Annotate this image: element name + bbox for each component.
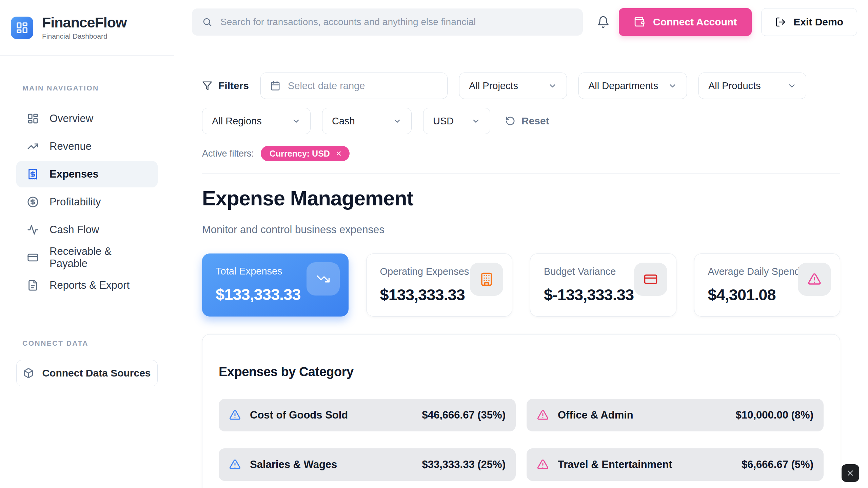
sidebar-item-label: Receivable & Payable bbox=[50, 245, 147, 270]
chevron-down-icon bbox=[787, 81, 796, 90]
stat-card-operating-expenses: Operating Expenses $133,333.33 bbox=[366, 253, 513, 317]
brand-name: FinanceFlow bbox=[42, 15, 126, 30]
category-value: $46,666.67 (35%) bbox=[422, 409, 506, 421]
connect-data-sources-label: Connect Data Sources bbox=[42, 367, 151, 379]
sidebar-item-receivable-payable[interactable]: Receivable & Payable bbox=[16, 244, 158, 271]
log-out-icon bbox=[775, 17, 786, 27]
filter-funnel-icon bbox=[202, 81, 212, 91]
date-range-picker[interactable]: Select date range bbox=[260, 73, 448, 99]
sidebar-item-label: Overview bbox=[50, 113, 93, 125]
trending-up-icon bbox=[27, 141, 39, 152]
exit-demo-label: Exit Demo bbox=[793, 16, 843, 28]
products-dropdown[interactable]: All Products bbox=[698, 73, 806, 99]
projects-dropdown[interactable]: All Projects bbox=[459, 73, 567, 99]
reset-filters-button[interactable]: Reset bbox=[505, 115, 549, 127]
category-value: $6,666.67 (5%) bbox=[742, 459, 813, 471]
chevron-down-icon bbox=[393, 117, 402, 126]
close-icon[interactable] bbox=[335, 150, 342, 157]
category-item-salaries-wages: Salaries & Wages $33,333.33 (25%) bbox=[219, 448, 516, 481]
chevron-down-icon bbox=[292, 117, 301, 126]
payment-method-dropdown[interactable]: Cash bbox=[322, 108, 412, 134]
alert-triangle-icon bbox=[229, 459, 241, 471]
sidebar-item-cash-flow[interactable]: Cash Flow bbox=[16, 217, 158, 243]
category-name: Salaries & Wages bbox=[250, 459, 337, 471]
main-content: Filters Select date range All Projects A… bbox=[174, 44, 868, 488]
category-name: Office & Admin bbox=[558, 409, 633, 421]
building-icon bbox=[470, 263, 503, 296]
dashboard-icon bbox=[27, 113, 39, 124]
sidebar: FinanceFlow Financial Dashboard MAIN NAV… bbox=[0, 0, 174, 488]
active-filters-label: Active filters: bbox=[202, 148, 254, 159]
filters-label: Filters bbox=[202, 80, 249, 92]
section-divider bbox=[202, 174, 840, 174]
alert-triangle-icon bbox=[229, 409, 241, 421]
category-value: $33,333.33 (25%) bbox=[422, 459, 506, 471]
filters-row-1: Filters Select date range All Projects A… bbox=[202, 73, 840, 99]
content-column: Connect Account Exit Demo Filters Select… bbox=[174, 0, 868, 488]
connect-data-section: Connect Data Sources bbox=[0, 360, 174, 386]
sidebar-item-reports-export[interactable]: Reports & Export bbox=[16, 272, 158, 299]
stats-grid: Total Expenses $133,333.33 Operating Exp… bbox=[202, 253, 840, 317]
connect-account-button[interactable]: Connect Account bbox=[619, 8, 752, 36]
category-name: Travel & Entertainment bbox=[558, 459, 672, 471]
page-subtitle: Monitor and control business expenses bbox=[202, 224, 840, 236]
chevron-down-icon bbox=[471, 117, 480, 126]
exit-demo-button[interactable]: Exit Demo bbox=[761, 8, 857, 36]
brand-text: FinanceFlow Financial Dashboard bbox=[42, 15, 126, 40]
connect-account-label: Connect Account bbox=[653, 16, 737, 28]
regions-dropdown[interactable]: All Regions bbox=[202, 108, 311, 134]
connect-data-sources-button[interactable]: Connect Data Sources bbox=[16, 360, 158, 386]
chevron-down-icon bbox=[548, 81, 557, 90]
stat-card-total-expenses: Total Expenses $133,333.33 bbox=[202, 253, 349, 317]
close-overlay-button[interactable] bbox=[842, 464, 859, 482]
filters-row-2: All Regions Cash USD Reset bbox=[202, 108, 840, 134]
category-item-office-admin: Office & Admin $10,000.00 (8%) bbox=[527, 399, 824, 431]
credit-card-icon bbox=[27, 252, 39, 263]
calendar-icon bbox=[270, 81, 280, 91]
file-text-icon bbox=[27, 280, 39, 291]
notifications-bell-icon[interactable] bbox=[596, 15, 611, 29]
trending-down-icon bbox=[307, 262, 340, 296]
category-value: $10,000.00 (8%) bbox=[736, 409, 813, 421]
stat-card-budget-variance: Budget Variance $-133,333.33 bbox=[530, 253, 676, 317]
sidebar-item-expenses[interactable]: Expenses bbox=[16, 161, 158, 187]
package-icon bbox=[23, 368, 34, 379]
brand-logo-icon bbox=[11, 17, 33, 39]
receipt-icon bbox=[27, 168, 39, 180]
brand: FinanceFlow Financial Dashboard bbox=[0, 0, 174, 56]
brand-tagline: Financial Dashboard bbox=[42, 32, 126, 40]
expenses-by-category-card: Expenses by Category Cost of Goods Sold … bbox=[202, 334, 840, 488]
category-grid: Cost of Goods Sold $46,666.67 (35%) Offi… bbox=[219, 399, 824, 488]
search-input[interactable] bbox=[220, 16, 573, 28]
sidebar-item-overview[interactable]: Overview bbox=[16, 105, 158, 132]
alert-triangle-icon bbox=[537, 459, 549, 471]
stat-card-average-daily-spend: Average Daily Spend $4,301.08 bbox=[694, 253, 841, 317]
expenses-by-category-title: Expenses by Category bbox=[219, 365, 824, 379]
alert-triangle-icon bbox=[537, 409, 549, 421]
wallet-icon bbox=[634, 16, 645, 27]
category-item-cost-of-goods-sold: Cost of Goods Sold $46,666.67 (35%) bbox=[219, 399, 516, 431]
category-item-travel-entertainment: Travel & Entertainment $6,666.67 (5%) bbox=[527, 448, 824, 481]
sidebar-item-revenue[interactable]: Revenue bbox=[16, 133, 158, 160]
sidebar-item-label: Revenue bbox=[50, 140, 92, 152]
sidebar-item-label: Reports & Export bbox=[50, 279, 130, 291]
search-bar bbox=[192, 8, 583, 36]
active-filters-row: Active filters: Currency: USD bbox=[202, 146, 840, 161]
currency-filter-chip[interactable]: Currency: USD bbox=[261, 146, 350, 161]
sidebar-item-label: Profitability bbox=[50, 196, 101, 208]
search-icon bbox=[202, 17, 212, 27]
close-icon bbox=[846, 469, 855, 477]
sidebar-item-label: Cash Flow bbox=[50, 224, 99, 236]
app-root: FinanceFlow Financial Dashboard MAIN NAV… bbox=[0, 0, 868, 488]
currency-dropdown[interactable]: USD bbox=[423, 108, 490, 134]
rotate-ccw-icon bbox=[505, 116, 515, 126]
sidebar-item-label: Expenses bbox=[50, 168, 99, 180]
date-range-placeholder: Select date range bbox=[288, 80, 365, 92]
page-title: Expense Management bbox=[202, 187, 840, 210]
connect-data-heading: CONNECT DATA bbox=[22, 339, 174, 347]
credit-card-icon bbox=[634, 263, 667, 296]
departments-dropdown[interactable]: All Departments bbox=[578, 73, 687, 99]
nav-heading: MAIN NAVIGATION bbox=[22, 84, 174, 92]
main-navigation: Overview Revenue Expenses Profitability … bbox=[0, 105, 174, 300]
sidebar-item-profitability[interactable]: Profitability bbox=[16, 189, 158, 215]
